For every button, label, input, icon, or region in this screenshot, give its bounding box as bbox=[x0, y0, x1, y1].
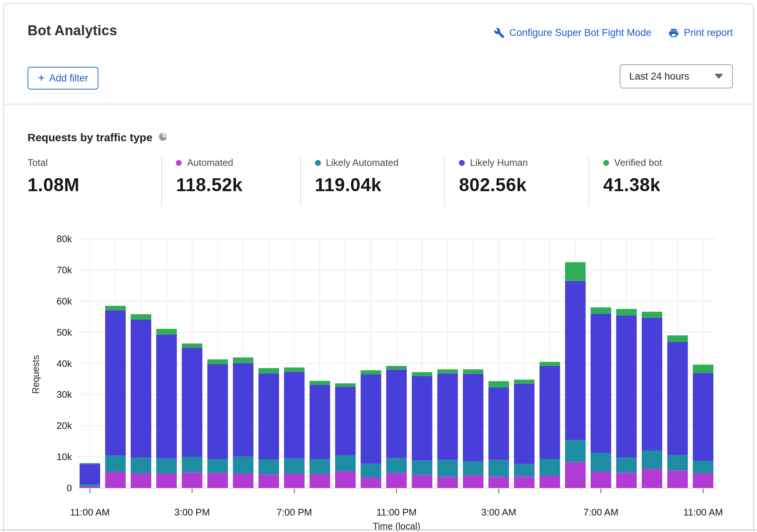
bar-segment-automated[interactable] bbox=[335, 471, 356, 488]
bar-segment-verified-bot[interactable] bbox=[386, 366, 407, 369]
bar-segment-likely-automated[interactable] bbox=[565, 440, 586, 462]
bar-segment-automated[interactable] bbox=[693, 473, 713, 488]
bar-segment-automated[interactable] bbox=[284, 474, 305, 488]
bar-segment-automated[interactable] bbox=[565, 462, 586, 488]
bar-segment-automated[interactable] bbox=[182, 473, 202, 488]
bar-segment-likely-automated[interactable] bbox=[258, 460, 279, 475]
bar-segment-automated[interactable] bbox=[156, 474, 177, 488]
bar-segment-likely-human[interactable] bbox=[667, 342, 688, 455]
bar-segment-verified-bot[interactable] bbox=[591, 307, 611, 314]
bar-segment-verified-bot[interactable] bbox=[361, 370, 381, 374]
bar-segment-verified-bot[interactable] bbox=[642, 312, 662, 318]
bar-segment-likely-automated[interactable] bbox=[182, 457, 202, 472]
bar-segment-verified-bot[interactable] bbox=[437, 369, 458, 374]
bar-segment-likely-automated[interactable] bbox=[386, 458, 407, 473]
bar-segment-verified-bot[interactable] bbox=[80, 463, 100, 464]
bar-segment-automated[interactable] bbox=[642, 469, 662, 488]
bar-segment-likely-automated[interactable] bbox=[488, 460, 509, 477]
bar-segment-automated[interactable] bbox=[488, 477, 509, 488]
bar-segment-likely-automated[interactable] bbox=[80, 485, 100, 487]
bar-segment-likely-human[interactable] bbox=[565, 281, 586, 440]
bar-segment-verified-bot[interactable] bbox=[335, 383, 356, 387]
bar-segment-automated[interactable] bbox=[667, 470, 688, 488]
bar-segment-likely-automated[interactable] bbox=[463, 461, 483, 475]
bar-segment-likely-human[interactable] bbox=[437, 374, 458, 460]
bar-segment-likely-human[interactable] bbox=[233, 363, 253, 457]
bar-segment-verified-bot[interactable] bbox=[105, 306, 126, 310]
bar-segment-verified-bot[interactable] bbox=[616, 309, 637, 316]
bar-segment-likely-human[interactable] bbox=[156, 335, 177, 459]
bar-segment-likely-human[interactable] bbox=[642, 318, 662, 451]
bar-segment-verified-bot[interactable] bbox=[463, 369, 483, 374]
bar-segment-automated[interactable] bbox=[233, 474, 253, 488]
bar-segment-likely-automated[interactable] bbox=[514, 464, 535, 477]
bar-segment-likely-automated[interactable] bbox=[616, 458, 637, 473]
bar-segment-likely-human[interactable] bbox=[412, 376, 432, 460]
bar-segment-likely-human[interactable] bbox=[616, 316, 637, 458]
bar-segment-likely-automated[interactable] bbox=[693, 461, 713, 473]
bar-segment-automated[interactable] bbox=[616, 473, 637, 488]
bar-segment-likely-automated[interactable] bbox=[207, 459, 228, 473]
bar-segment-verified-bot[interactable] bbox=[514, 380, 535, 384]
bar-segment-verified-bot[interactable] bbox=[667, 335, 688, 342]
bar-segment-likely-human[interactable] bbox=[386, 369, 407, 458]
bar-segment-likely-automated[interactable] bbox=[591, 453, 611, 471]
bar-segment-likely-human[interactable] bbox=[488, 387, 509, 460]
bar-segment-likely-automated[interactable] bbox=[667, 455, 688, 470]
bar-segment-likely-automated[interactable] bbox=[642, 451, 662, 469]
bar-segment-verified-bot[interactable] bbox=[258, 368, 279, 373]
bar-segment-verified-bot[interactable] bbox=[412, 372, 432, 376]
bar-segment-automated[interactable] bbox=[309, 474, 330, 488]
bar-segment-likely-automated[interactable] bbox=[361, 464, 381, 477]
bar-segment-likely-automated[interactable] bbox=[131, 458, 151, 473]
bar-segment-likely-human[interactable] bbox=[284, 372, 305, 458]
bar-segment-likely-human[interactable] bbox=[361, 374, 381, 464]
bar-segment-likely-human[interactable] bbox=[514, 384, 535, 464]
bar-segment-verified-bot[interactable] bbox=[284, 368, 305, 372]
bar-segment-verified-bot[interactable] bbox=[156, 329, 177, 334]
bar-segment-likely-automated[interactable] bbox=[233, 456, 253, 474]
bar-segment-automated[interactable] bbox=[207, 473, 228, 488]
bar-segment-automated[interactable] bbox=[437, 477, 458, 488]
bar-segment-likely-human[interactable] bbox=[207, 364, 228, 459]
bar-segment-likely-automated[interactable] bbox=[540, 459, 560, 476]
bar-segment-likely-automated[interactable] bbox=[437, 460, 458, 477]
bar-segment-likely-human[interactable] bbox=[131, 320, 151, 458]
bar-segment-automated[interactable] bbox=[514, 477, 535, 488]
bar-segment-likely-human[interactable] bbox=[80, 464, 100, 485]
bar-segment-automated[interactable] bbox=[591, 471, 611, 488]
bar-segment-likely-human[interactable] bbox=[540, 366, 560, 459]
bar-segment-likely-automated[interactable] bbox=[156, 458, 177, 474]
bar-segment-likely-human[interactable] bbox=[463, 374, 483, 461]
bar-segment-verified-bot[interactable] bbox=[488, 381, 509, 387]
bar-segment-verified-bot[interactable] bbox=[131, 314, 151, 319]
bar-segment-automated[interactable] bbox=[258, 475, 279, 488]
bar-segment-likely-human[interactable] bbox=[258, 374, 279, 460]
bar-segment-likely-human[interactable] bbox=[182, 348, 202, 457]
bar-segment-likely-human[interactable] bbox=[693, 373, 713, 461]
bar-segment-likely-automated[interactable] bbox=[105, 456, 126, 472]
bar-segment-automated[interactable] bbox=[131, 473, 151, 488]
bar-segment-likely-automated[interactable] bbox=[284, 458, 305, 474]
bar-segment-automated[interactable] bbox=[105, 472, 126, 488]
bar-segment-verified-bot[interactable] bbox=[182, 343, 202, 348]
bar-segment-automated[interactable] bbox=[361, 477, 381, 488]
bar-segment-automated[interactable] bbox=[540, 476, 560, 488]
bar-segment-likely-automated[interactable] bbox=[309, 459, 330, 474]
bar-segment-automated[interactable] bbox=[386, 473, 407, 488]
bar-segment-verified-bot[interactable] bbox=[693, 365, 713, 373]
bar-segment-automated[interactable] bbox=[412, 475, 432, 488]
bar-segment-verified-bot[interactable] bbox=[540, 362, 560, 366]
bar-segment-automated[interactable] bbox=[80, 487, 100, 488]
bar-segment-automated[interactable] bbox=[463, 475, 483, 488]
bar-segment-verified-bot[interactable] bbox=[309, 381, 330, 385]
bar-segment-likely-human[interactable] bbox=[105, 310, 126, 455]
bar-segment-likely-human[interactable] bbox=[309, 385, 330, 459]
bar-segment-likely-human[interactable] bbox=[335, 387, 356, 455]
bar-segment-likely-human[interactable] bbox=[591, 314, 611, 453]
bar-segment-verified-bot[interactable] bbox=[233, 357, 253, 363]
bar-segment-verified-bot[interactable] bbox=[565, 262, 586, 281]
bar-segment-likely-automated[interactable] bbox=[335, 455, 356, 471]
bar-segment-verified-bot[interactable] bbox=[207, 359, 228, 364]
bar-segment-likely-automated[interactable] bbox=[412, 460, 432, 475]
